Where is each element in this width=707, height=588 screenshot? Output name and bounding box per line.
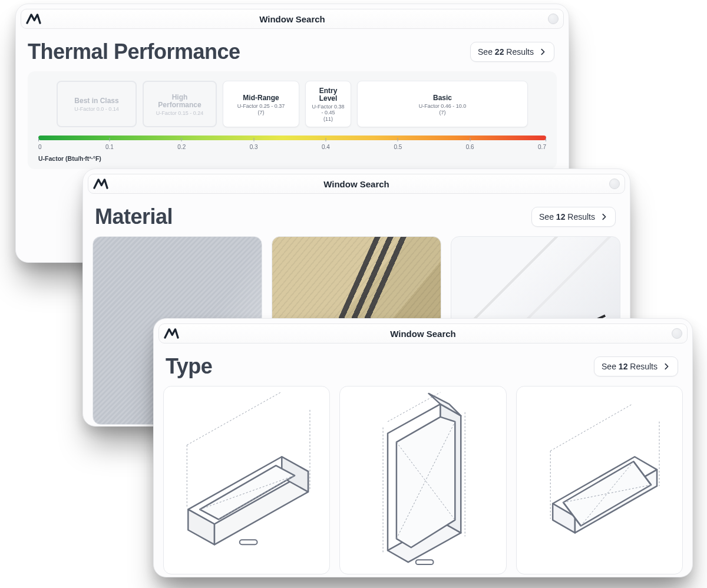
see-results-count: 22 xyxy=(495,47,504,57)
see-results-prefix: See xyxy=(478,47,495,57)
svg-rect-10 xyxy=(240,540,257,544)
tick: 0 xyxy=(38,144,42,150)
topbar: Window Search xyxy=(158,323,688,343)
page-title: Thermal Performance xyxy=(28,39,240,64)
tier-high-performance[interactable]: High Performance U-Factor 0.15 - 0.24 xyxy=(143,81,217,127)
svg-line-28 xyxy=(550,404,632,451)
topbar-title: Window Search xyxy=(390,329,456,339)
see-results-button[interactable]: See 12 Results xyxy=(531,207,616,227)
app-logo-icon xyxy=(164,328,179,339)
page-title: Type xyxy=(166,354,212,379)
see-results-prefix: See xyxy=(602,362,619,371)
chevron-right-icon xyxy=(600,213,608,221)
topbar-title: Window Search xyxy=(323,179,389,189)
section-header-type: Type See 12 Results xyxy=(154,343,692,384)
see-results-prefix: See xyxy=(539,212,556,222)
tick: 0.1 xyxy=(105,144,114,150)
svg-rect-21 xyxy=(416,560,434,564)
account-avatar-icon[interactable] xyxy=(548,14,559,24)
thermal-filter-panel: Best in Class U-Factor 0.0 - 0.14 High P… xyxy=(28,71,557,169)
window-fixed-icon xyxy=(164,387,329,574)
window-awning-icon xyxy=(517,387,682,574)
window-search-card-type: Window Search Type See 12 Results xyxy=(153,318,693,577)
see-results-button[interactable]: See 12 Results xyxy=(594,356,678,376)
topbar-title: Window Search xyxy=(259,14,325,24)
tier-best-in-class[interactable]: Best in Class U-Factor 0.0 - 0.14 xyxy=(57,81,137,127)
see-results-suffix: Results xyxy=(627,362,658,371)
topbar: Window Search xyxy=(88,174,625,194)
account-avatar-icon[interactable] xyxy=(609,179,620,189)
tier-mid-range[interactable]: Mid-Range U-Factor 0.25 - 0.37 (7) xyxy=(223,81,299,127)
app-logo-icon xyxy=(93,178,108,190)
chevron-right-icon xyxy=(538,48,547,56)
type-tile-casement[interactable] xyxy=(339,386,506,574)
tier-entry-level[interactable]: Entry Level U-Factor 0.38 - 0.45 (11) xyxy=(305,81,351,127)
tick: 0.7 xyxy=(538,144,546,150)
see-results-suffix: Results xyxy=(565,212,595,222)
app-logo-icon xyxy=(26,13,41,25)
tick: 0.4 xyxy=(322,144,330,150)
see-results-count: 12 xyxy=(619,362,628,371)
type-tile-awning[interactable] xyxy=(516,386,683,574)
see-results-suffix: Results xyxy=(504,47,534,57)
page-title: Material xyxy=(95,204,173,229)
see-results-count: 12 xyxy=(556,212,566,222)
thermal-tier-row: Best in Class U-Factor 0.0 - 0.14 High P… xyxy=(38,81,546,127)
type-tile-fixed[interactable] xyxy=(163,386,330,574)
type-tile-row xyxy=(154,384,692,574)
tick: 0.5 xyxy=(394,144,402,150)
account-avatar-icon[interactable] xyxy=(672,328,682,339)
chevron-right-icon xyxy=(662,362,670,371)
u-factor-axis-label: U-Factor (Btu/h·ft²·°F) xyxy=(38,155,546,162)
see-results-button[interactable]: See 22 Results xyxy=(470,42,554,62)
tick: 0.6 xyxy=(466,144,474,150)
tick: 0.2 xyxy=(177,144,186,150)
section-header-material: Material See 12 Results xyxy=(83,194,630,234)
u-factor-ticks: 0 0.1 0.2 0.3 0.4 0.5 0.6 0.7 xyxy=(38,144,546,150)
section-header-thermal: Thermal Performance See 22 Results xyxy=(16,29,569,69)
tick: 0.3 xyxy=(250,144,258,150)
window-casement-icon xyxy=(340,387,506,574)
topbar: Window Search xyxy=(21,9,564,29)
svg-line-5 xyxy=(187,392,280,445)
tier-basic[interactable]: Basic U-Factor 0.46 - 10.0 (7) xyxy=(357,81,528,127)
